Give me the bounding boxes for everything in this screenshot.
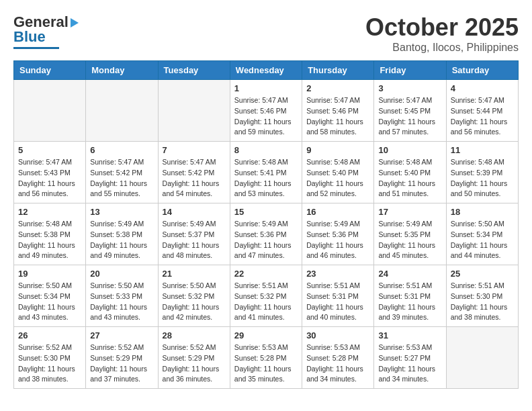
- calendar-cell: 7Sunrise: 5:47 AM Sunset: 5:42 PM Daylig…: [158, 142, 230, 203]
- calendar-cell: 24Sunrise: 5:51 AM Sunset: 5:31 PM Dayli…: [374, 265, 446, 327]
- calendar-cell: 18Sunrise: 5:50 AM Sunset: 5:34 PM Dayli…: [446, 203, 518, 265]
- day-number: 1: [234, 83, 298, 93]
- day-info: Sunrise: 5:53 AM Sunset: 5:27 PM Dayligh…: [378, 342, 441, 385]
- day-info: Sunrise: 5:48 AM Sunset: 5:40 PM Dayligh…: [378, 157, 441, 199]
- day-info: Sunrise: 5:51 AM Sunset: 5:30 PM Dayligh…: [451, 281, 514, 323]
- day-info: Sunrise: 5:50 AM Sunset: 5:33 PM Dayligh…: [90, 281, 153, 323]
- day-info: Sunrise: 5:53 AM Sunset: 5:28 PM Dayligh…: [306, 342, 369, 385]
- day-number: 3: [378, 83, 441, 93]
- day-number: 11: [451, 145, 514, 155]
- calendar-cell: 9Sunrise: 5:48 AM Sunset: 5:40 PM Daylig…: [302, 142, 374, 203]
- calendar-cell: 30Sunrise: 5:53 AM Sunset: 5:28 PM Dayli…: [302, 327, 374, 389]
- day-number: 18: [451, 207, 514, 217]
- page-header: General Blue October 2025 Bantog, Ilocos…: [13, 13, 519, 54]
- location-subtitle: Bantog, Ilocos, Philippines: [365, 42, 519, 54]
- day-number: 2: [306, 83, 369, 93]
- day-info: Sunrise: 5:49 AM Sunset: 5:36 PM Dayligh…: [306, 219, 369, 261]
- calendar-cell: 6Sunrise: 5:47 AM Sunset: 5:42 PM Daylig…: [86, 142, 158, 203]
- calendar-cell: 11Sunrise: 5:48 AM Sunset: 5:39 PM Dayli…: [446, 142, 518, 203]
- day-number: 9: [306, 145, 369, 155]
- calendar-cell: 17Sunrise: 5:49 AM Sunset: 5:35 PM Dayli…: [374, 203, 446, 265]
- day-info: Sunrise: 5:52 AM Sunset: 5:29 PM Dayligh…: [90, 342, 153, 385]
- calendar-cell: 12Sunrise: 5:48 AM Sunset: 5:38 PM Dayli…: [14, 203, 86, 265]
- col-header-tuesday: Tuesday: [158, 61, 230, 80]
- day-number: 30: [306, 330, 369, 340]
- day-info: Sunrise: 5:52 AM Sunset: 5:30 PM Dayligh…: [18, 342, 81, 385]
- day-number: 8: [234, 145, 298, 155]
- day-number: 15: [234, 207, 298, 217]
- calendar-cell: 29Sunrise: 5:53 AM Sunset: 5:28 PM Dayli…: [230, 327, 302, 389]
- calendar-cell: 27Sunrise: 5:52 AM Sunset: 5:29 PM Dayli…: [86, 327, 158, 389]
- logo: General Blue: [13, 13, 79, 49]
- week-row-3: 12Sunrise: 5:48 AM Sunset: 5:38 PM Dayli…: [14, 203, 519, 265]
- day-number: 20: [90, 269, 153, 279]
- calendar-cell: [158, 80, 230, 142]
- day-info: Sunrise: 5:48 AM Sunset: 5:41 PM Dayligh…: [234, 157, 298, 199]
- calendar-cell: 26Sunrise: 5:52 AM Sunset: 5:30 PM Dayli…: [14, 327, 86, 389]
- day-info: Sunrise: 5:50 AM Sunset: 5:34 PM Dayligh…: [18, 281, 81, 323]
- day-info: Sunrise: 5:47 AM Sunset: 5:42 PM Dayligh…: [163, 157, 226, 199]
- day-number: 25: [451, 269, 514, 279]
- calendar-cell: 13Sunrise: 5:49 AM Sunset: 5:38 PM Dayli…: [86, 203, 158, 265]
- calendar-cell: 8Sunrise: 5:48 AM Sunset: 5:41 PM Daylig…: [230, 142, 302, 203]
- calendar-cell: 25Sunrise: 5:51 AM Sunset: 5:30 PM Dayli…: [446, 265, 518, 327]
- day-number: 28: [163, 330, 226, 340]
- day-info: Sunrise: 5:47 AM Sunset: 5:44 PM Dayligh…: [451, 95, 514, 138]
- week-row-4: 19Sunrise: 5:50 AM Sunset: 5:34 PM Dayli…: [14, 265, 519, 327]
- day-number: 21: [163, 269, 226, 279]
- day-number: 24: [378, 269, 441, 279]
- calendar-cell: 4Sunrise: 5:47 AM Sunset: 5:44 PM Daylig…: [446, 80, 518, 142]
- day-number: 7: [163, 145, 226, 155]
- day-info: Sunrise: 5:49 AM Sunset: 5:38 PM Dayligh…: [90, 219, 153, 261]
- col-header-sunday: Sunday: [14, 61, 86, 80]
- day-info: Sunrise: 5:51 AM Sunset: 5:32 PM Dayligh…: [234, 281, 298, 323]
- calendar-cell: 2Sunrise: 5:47 AM Sunset: 5:46 PM Daylig…: [302, 80, 374, 142]
- title-area: October 2025 Bantog, Ilocos, Philippines: [365, 13, 519, 54]
- day-info: Sunrise: 5:49 AM Sunset: 5:37 PM Dayligh…: [163, 219, 226, 261]
- day-info: Sunrise: 5:47 AM Sunset: 5:42 PM Dayligh…: [90, 157, 153, 199]
- calendar-cell: 10Sunrise: 5:48 AM Sunset: 5:40 PM Dayli…: [374, 142, 446, 203]
- day-info: Sunrise: 5:48 AM Sunset: 5:38 PM Dayligh…: [18, 219, 81, 261]
- day-info: Sunrise: 5:48 AM Sunset: 5:39 PM Dayligh…: [451, 157, 514, 199]
- day-number: 13: [90, 207, 153, 217]
- calendar-cell: 23Sunrise: 5:51 AM Sunset: 5:31 PM Dayli…: [302, 265, 374, 327]
- day-number: 5: [18, 145, 81, 155]
- calendar-header-row: SundayMondayTuesdayWednesdayThursdayFrid…: [14, 61, 519, 80]
- day-number: 19: [18, 269, 81, 279]
- day-info: Sunrise: 5:53 AM Sunset: 5:28 PM Dayligh…: [234, 342, 298, 385]
- calendar-cell: 22Sunrise: 5:51 AM Sunset: 5:32 PM Dayli…: [230, 265, 302, 327]
- day-number: 17: [378, 207, 441, 217]
- week-row-5: 26Sunrise: 5:52 AM Sunset: 5:30 PM Dayli…: [14, 327, 519, 389]
- calendar-cell: 19Sunrise: 5:50 AM Sunset: 5:34 PM Dayli…: [14, 265, 86, 327]
- day-number: 27: [90, 330, 153, 340]
- day-number: 31: [378, 330, 441, 340]
- day-number: 29: [234, 330, 298, 340]
- day-info: Sunrise: 5:49 AM Sunset: 5:36 PM Dayligh…: [234, 219, 298, 261]
- col-header-friday: Friday: [374, 61, 446, 80]
- calendar-cell: 28Sunrise: 5:52 AM Sunset: 5:29 PM Dayli…: [158, 327, 230, 389]
- calendar-cell: 20Sunrise: 5:50 AM Sunset: 5:33 PM Dayli…: [86, 265, 158, 327]
- day-info: Sunrise: 5:47 AM Sunset: 5:46 PM Dayligh…: [306, 95, 369, 138]
- col-header-saturday: Saturday: [446, 61, 518, 80]
- day-info: Sunrise: 5:47 AM Sunset: 5:45 PM Dayligh…: [378, 95, 441, 138]
- week-row-1: 1Sunrise: 5:47 AM Sunset: 5:46 PM Daylig…: [14, 80, 519, 142]
- day-info: Sunrise: 5:47 AM Sunset: 5:46 PM Dayligh…: [234, 95, 298, 138]
- calendar-cell: 14Sunrise: 5:49 AM Sunset: 5:37 PM Dayli…: [158, 203, 230, 265]
- day-info: Sunrise: 5:50 AM Sunset: 5:34 PM Dayligh…: [451, 219, 514, 261]
- day-info: Sunrise: 5:49 AM Sunset: 5:35 PM Dayligh…: [378, 219, 441, 261]
- col-header-wednesday: Wednesday: [230, 61, 302, 80]
- calendar-cell: 5Sunrise: 5:47 AM Sunset: 5:43 PM Daylig…: [14, 142, 86, 203]
- day-number: 23: [306, 269, 369, 279]
- calendar-cell: [86, 80, 158, 142]
- calendar-cell: [14, 80, 86, 142]
- day-info: Sunrise: 5:47 AM Sunset: 5:43 PM Dayligh…: [18, 157, 81, 199]
- day-number: 10: [378, 145, 441, 155]
- calendar-cell: 1Sunrise: 5:47 AM Sunset: 5:46 PM Daylig…: [230, 80, 302, 142]
- month-title: October 2025: [365, 13, 519, 42]
- day-number: 16: [306, 207, 369, 217]
- week-row-2: 5Sunrise: 5:47 AM Sunset: 5:43 PM Daylig…: [14, 142, 519, 203]
- calendar-cell: [446, 327, 518, 389]
- day-info: Sunrise: 5:51 AM Sunset: 5:31 PM Dayligh…: [306, 281, 369, 323]
- day-info: Sunrise: 5:52 AM Sunset: 5:29 PM Dayligh…: [163, 342, 226, 385]
- day-info: Sunrise: 5:50 AM Sunset: 5:32 PM Dayligh…: [163, 281, 226, 323]
